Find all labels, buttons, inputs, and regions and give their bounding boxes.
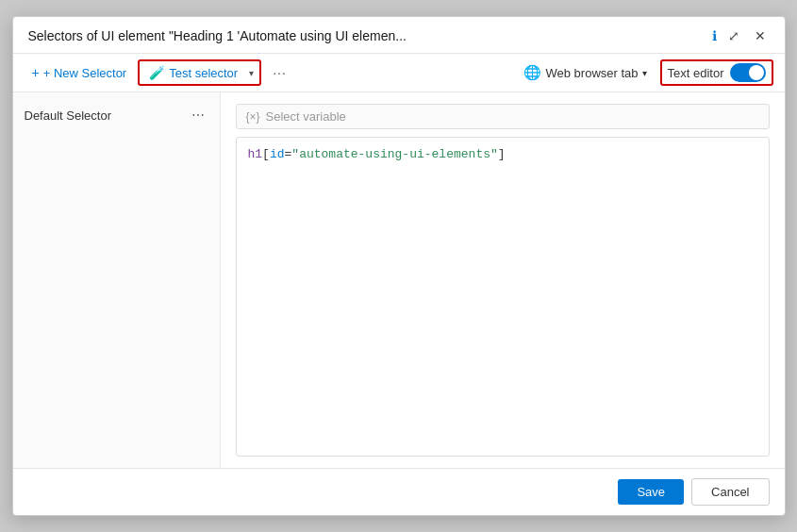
text-editor-label: Text editor <box>668 66 724 80</box>
test-selector-chevron-button[interactable]: ▾ <box>245 65 257 81</box>
code-editor[interactable]: h1 [ id = "automate-using-ui-elements" ] <box>236 137 770 457</box>
text-editor-toggle[interactable] <box>730 63 766 82</box>
web-browser-chevron-icon: ▾ <box>642 68 647 78</box>
text-editor-group: Text editor <box>660 59 773 86</box>
web-browser-tab-button[interactable]: 🌐 Web browser tab ▾ <box>518 61 652 84</box>
variable-placeholder: Select variable <box>266 109 346 124</box>
restore-button[interactable]: ⤢ <box>724 26 743 45</box>
more-options-button[interactable]: ··· <box>265 61 294 84</box>
test-selector-button[interactable]: 🧪 Test selector <box>141 62 245 83</box>
sidebar-item-more-icon[interactable]: ⋯ <box>188 106 208 125</box>
new-selector-label: + New Selector <box>43 66 127 80</box>
new-selector-button[interactable]: + + New Selector <box>25 61 135 84</box>
restore-icon: ⤢ <box>728 28 739 43</box>
code-tag: h1 <box>248 147 263 161</box>
close-icon: ✕ <box>755 28 766 43</box>
info-icon[interactable]: ℹ <box>712 28 717 43</box>
more-icon: ··· <box>273 65 287 80</box>
save-button[interactable]: Save <box>618 479 684 505</box>
chevron-down-icon: ▾ <box>249 68 254 78</box>
toolbar: + + New Selector 🧪 Test selector ▾ ··· 🌐… <box>13 54 785 92</box>
title-actions: ⤢ ✕ <box>724 26 770 45</box>
title-bar: Selectors of UI element "Heading 1 'Auto… <box>13 17 785 54</box>
sidebar-item-label: Default Selector <box>25 108 188 123</box>
test-selector-group: 🧪 Test selector ▾ <box>138 59 261 86</box>
editor-panel: {×} Select variable h1 [ id = "automate-… <box>221 92 785 468</box>
code-bracket-close: ] <box>498 147 506 161</box>
cancel-button[interactable]: Cancel <box>691 478 769 506</box>
variable-icon: {×} <box>246 110 260 124</box>
code-bracket-open: [ <box>262 147 270 161</box>
toolbar-right: 🌐 Web browser tab ▾ Text editor <box>518 59 772 86</box>
sidebar: Default Selector ⋯ <box>13 92 221 468</box>
plus-icon: + <box>32 65 40 80</box>
code-equals: = <box>285 147 292 161</box>
code-attribute: id <box>270 147 285 161</box>
content-area: Default Selector ⋯ {×} Select variable h… <box>13 92 785 468</box>
web-browser-label: Web browser tab <box>545 66 638 80</box>
code-value: "automate-using-ui-elements" <box>291 147 497 161</box>
default-selector-item[interactable]: Default Selector ⋯ <box>13 100 220 130</box>
footer: Save Cancel <box>13 468 785 515</box>
test-selector-label: Test selector <box>169 66 238 80</box>
variable-bar[interactable]: {×} Select variable <box>236 104 770 129</box>
selectors-dialog: Selectors of UI element "Heading 1 'Auto… <box>12 16 786 516</box>
dialog-title: Selectors of UI element "Heading 1 'Auto… <box>28 28 705 43</box>
globe-icon: 🌐 <box>523 64 541 81</box>
close-button[interactable]: ✕ <box>751 26 770 45</box>
code-line: h1 [ id = "automate-using-ui-elements" ] <box>248 147 757 161</box>
test-icon: 🧪 <box>149 65 165 80</box>
